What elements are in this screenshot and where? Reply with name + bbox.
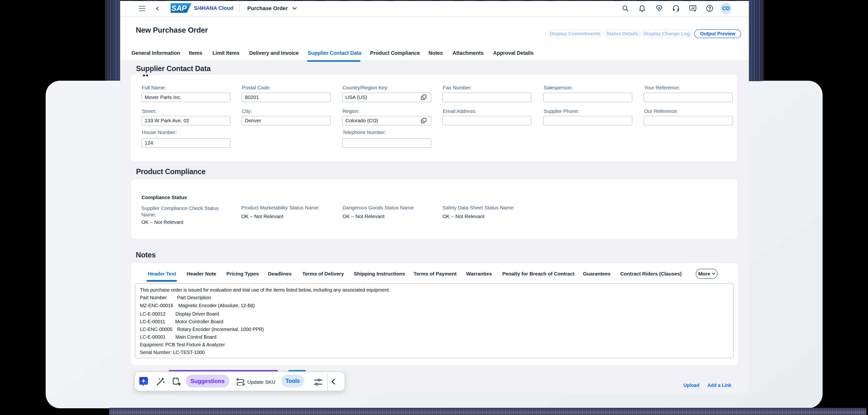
svg-text:SAP: SAP <box>171 4 187 12</box>
